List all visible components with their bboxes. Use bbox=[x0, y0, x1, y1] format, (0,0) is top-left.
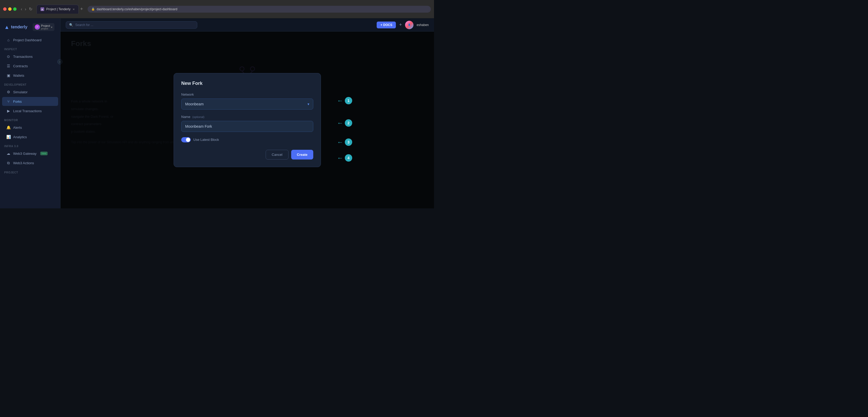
minimize-button[interactable] bbox=[8, 7, 11, 11]
sidebar-label-web3-actions: Web3 Actions bbox=[13, 161, 34, 165]
latest-block-toggle[interactable] bbox=[181, 137, 191, 142]
arrow-2-icon: ← bbox=[337, 119, 343, 127]
search-bar[interactable]: 🔍 Search for ... bbox=[66, 21, 197, 29]
reload-button[interactable]: ↻ bbox=[29, 7, 32, 11]
sidebar-item-local-transactions[interactable]: ▶ Local Transactions bbox=[2, 106, 58, 115]
sidebar-label-dashboard: Project Dashboard bbox=[13, 38, 41, 42]
callout-4: ← 4 bbox=[337, 154, 352, 162]
home-icon: ⌂ bbox=[6, 38, 10, 42]
sidebar-label-simulator: Simulator bbox=[13, 90, 28, 94]
add-button[interactable]: + bbox=[399, 22, 402, 28]
callout-3-number: 3 bbox=[345, 138, 352, 146]
tab-close-button[interactable]: ✕ bbox=[72, 8, 75, 11]
callout-3: ← 3 bbox=[337, 138, 352, 146]
tenderly-name: tenderly bbox=[11, 25, 27, 29]
new-fork-modal: New Fork Network Moonbeam ▾ Name (option… bbox=[174, 73, 321, 167]
project-selector[interactable]: P Project project ▾ bbox=[33, 23, 55, 31]
sidebar-item-forks[interactable]: ⑂ Forks bbox=[2, 97, 58, 106]
browser-chrome: ‹ › ↻ ▲ Project | Tenderly ✕ + 🔒 dashboa… bbox=[0, 0, 434, 19]
sidebar-label-transactions: Transactions bbox=[13, 55, 33, 59]
create-button[interactable]: Create bbox=[291, 150, 313, 160]
arrow-3-icon: ← bbox=[337, 138, 343, 146]
sidebar-label-wallets: Wallets bbox=[13, 74, 24, 77]
web3-actions-icon: ⧉ bbox=[6, 161, 10, 165]
latest-block-toggle-row: Use Latest Block bbox=[181, 137, 313, 142]
toggle-knob bbox=[186, 138, 190, 142]
main-area: 🔍 Search for ... + DOCS + 👤 eshaben Fork… bbox=[61, 19, 434, 208]
tab-favicon: ▲ bbox=[40, 7, 44, 11]
tenderly-icon: ▲ bbox=[4, 24, 9, 30]
callout-4-number: 4 bbox=[345, 154, 352, 162]
wallets-icon: ▣ bbox=[6, 73, 10, 77]
fork-name-input[interactable] bbox=[181, 121, 313, 132]
alerts-icon: 🔔 bbox=[6, 125, 10, 130]
sidebar-item-web3-actions[interactable]: ⧉ Web3 Actions bbox=[2, 159, 58, 168]
cancel-button[interactable]: Cancel bbox=[266, 150, 288, 160]
content-area: Forks Fork a whole network in simulate c… bbox=[61, 32, 434, 208]
network-select[interactable]: Moonbeam ▾ bbox=[181, 99, 313, 110]
new-tab-button[interactable]: + bbox=[80, 6, 83, 12]
back-button[interactable]: ‹ bbox=[21, 7, 22, 11]
sidebar-item-simulator[interactable]: ⚙ Simulator bbox=[2, 88, 58, 97]
analytics-icon: 📊 bbox=[6, 135, 10, 139]
sidebar-item-project-dashboard[interactable]: ⌂ Project Dashboard bbox=[2, 35, 58, 44]
callout-2: ← 2 bbox=[337, 119, 352, 127]
name-label: Name (optional) bbox=[181, 115, 313, 119]
header-actions: + DOCS + 👤 eshaben bbox=[377, 21, 429, 29]
sidebar-item-analytics[interactable]: 📊 Analytics bbox=[2, 132, 58, 141]
sidebar-label-web3-gateway: Web3 Gateway bbox=[13, 151, 37, 155]
sidebar-item-web3-gateway[interactable]: ☁ Web3 Gateway New bbox=[2, 149, 58, 158]
app: ▲ tenderly P Project project ▾ ⌂ Project… bbox=[0, 19, 434, 208]
active-tab[interactable]: ▲ Project | Tenderly ✕ bbox=[37, 5, 79, 14]
top-header: 🔍 Search for ... + DOCS + 👤 eshaben bbox=[61, 19, 434, 32]
search-icon: 🔍 bbox=[69, 23, 73, 27]
project-subtitle: project bbox=[41, 27, 50, 30]
project-info: Project project bbox=[41, 24, 50, 30]
forward-button[interactable]: › bbox=[25, 7, 26, 11]
new-badge: New bbox=[40, 151, 48, 155]
callout-1-number: 1 bbox=[345, 97, 352, 104]
network-label: Network bbox=[181, 93, 313, 97]
forks-icon: ⑂ bbox=[6, 99, 10, 104]
sidebar-label-analytics: Analytics bbox=[13, 135, 27, 139]
user-avatar[interactable]: 👤 bbox=[405, 21, 413, 29]
maximize-button[interactable] bbox=[13, 7, 17, 11]
local-transactions-icon: ▶ bbox=[6, 109, 10, 113]
sidebar: ▲ tenderly P Project project ▾ ⌂ Project… bbox=[0, 19, 61, 208]
simulator-icon: ⚙ bbox=[6, 90, 10, 94]
search-placeholder: Search for ... bbox=[75, 23, 93, 27]
sidebar-label-local-transactions: Local Transactions bbox=[13, 109, 41, 113]
sidebar-section-monitor: MONITOR bbox=[0, 116, 60, 123]
lock-icon: 🔒 bbox=[91, 7, 95, 11]
traffic-lights bbox=[3, 7, 17, 11]
network-value: Moonbeam bbox=[185, 102, 204, 106]
sidebar-section-project: PROJECT bbox=[0, 168, 60, 175]
sidebar-item-contracts[interactable]: ☰ Contracts bbox=[2, 62, 58, 70]
close-button[interactable] bbox=[3, 7, 7, 11]
sidebar-section-inspect: INSPECT bbox=[0, 45, 60, 52]
contracts-icon: ☰ bbox=[6, 64, 10, 68]
modal-title: New Fork bbox=[181, 81, 313, 86]
arrow-4-icon: ← bbox=[337, 154, 343, 162]
sidebar-item-wallets[interactable]: ▣ Wallets bbox=[2, 71, 58, 80]
docs-button[interactable]: + DOCS bbox=[377, 22, 396, 28]
address-bar[interactable]: 🔒 dashboard.tenderly.co/eshaben/project/… bbox=[88, 6, 431, 12]
username-label: eshaben bbox=[416, 23, 429, 27]
project-avatar: P bbox=[35, 25, 40, 30]
chevron-down-icon: ▾ bbox=[308, 102, 309, 106]
url-text: dashboard.tenderly.co/eshaben/project/pr… bbox=[96, 7, 177, 11]
transactions-icon: ⊙ bbox=[6, 55, 10, 59]
sidebar-item-alerts[interactable]: 🔔 Alerts bbox=[2, 123, 58, 132]
sidebar-section-infra: INFRA 3.0 bbox=[0, 142, 60, 149]
toggle-label: Use Latest Block bbox=[193, 138, 219, 142]
sidebar-label-contracts: Contracts bbox=[13, 64, 28, 68]
tab-bar: ▲ Project | Tenderly ✕ + bbox=[37, 0, 83, 18]
project-name: Project bbox=[41, 24, 50, 27]
nav-buttons: ‹ › ↻ bbox=[21, 7, 32, 11]
tab-title: Project | Tenderly bbox=[46, 7, 70, 11]
tenderly-logo[interactable]: ▲ tenderly bbox=[4, 24, 27, 30]
project-chevron-icon: ▾ bbox=[51, 26, 52, 29]
sidebar-item-transactions[interactable]: ⊙ Transactions bbox=[2, 52, 58, 61]
sidebar-section-development: DEVELOPMENT bbox=[0, 80, 60, 87]
modal-overlay: New Fork Network Moonbeam ▾ Name (option… bbox=[61, 32, 434, 208]
